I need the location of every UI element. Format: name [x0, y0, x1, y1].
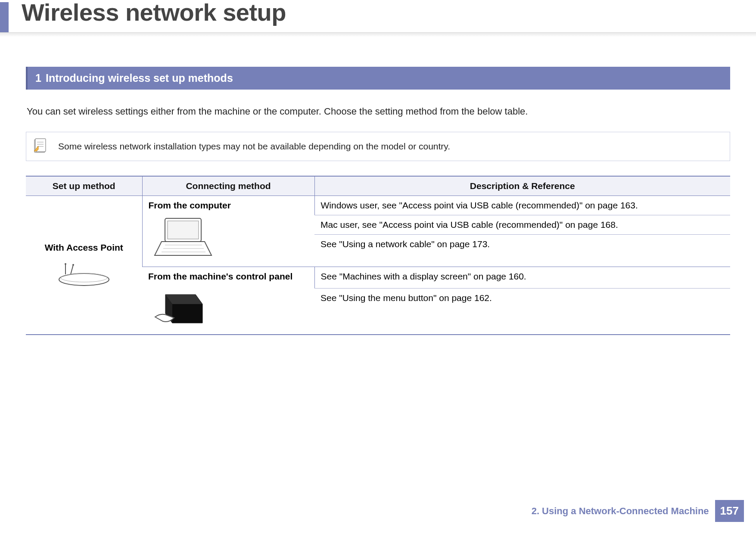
- cell-desc-netcable: See "Using a network cable" on page 173.: [314, 234, 730, 267]
- setup-methods-table: Set up method Connecting method Descript…: [26, 176, 730, 335]
- table-row: With Access Point From the compute: [26, 196, 730, 215]
- section-heading-band: 1Introducing wireless set up methods: [26, 67, 730, 90]
- cell-setup-method: With Access Point: [26, 196, 142, 335]
- cell-desc-windows: Windows user, see "Access point via USB …: [314, 196, 730, 215]
- cell-desc-menubtn: See "Using the menu button" on page 162.: [314, 288, 730, 334]
- page-number-badge: 157: [715, 500, 744, 522]
- table-header-row: Set up method Connecting method Descript…: [26, 176, 730, 196]
- section-number: 1: [35, 71, 42, 85]
- th-description: Description & Reference: [314, 176, 730, 196]
- svg-line-7: [71, 265, 73, 274]
- svg-point-5: [59, 273, 109, 286]
- connecting-panel-label: From the machine's control panel: [148, 271, 308, 282]
- th-connecting-method: Connecting method: [142, 176, 314, 196]
- note-icon: [32, 138, 49, 155]
- svg-rect-12: [168, 221, 199, 239]
- chapter-label: 2. Using a Network-Connected Machine: [532, 506, 709, 517]
- page-title: Wireless network setup: [22, 0, 286, 25]
- cell-desc-display: See "Machines with a display screen" on …: [314, 267, 730, 288]
- note-box: Some wireless network installation types…: [26, 132, 730, 161]
- setup-method-label: With Access Point: [32, 242, 136, 253]
- content-area: 1Introducing wireless set up methods You…: [0, 37, 756, 335]
- th-setup-method: Set up method: [26, 176, 142, 196]
- access-point-icon: [32, 261, 136, 287]
- note-text: Some wireless network installation types…: [58, 141, 450, 152]
- cell-connecting-computer: From the computer: [142, 196, 314, 267]
- section-heading-text: Introducing wireless set up methods: [46, 72, 233, 84]
- page-footer: 2. Using a Network-Connected Machine 157: [532, 500, 744, 522]
- intro-paragraph: You can set wireless settings either fro…: [27, 106, 730, 117]
- svg-point-9: [72, 264, 74, 266]
- cell-desc-mac: Mac user, see "Access point via USB cabl…: [314, 215, 730, 234]
- svg-point-8: [65, 263, 66, 265]
- title-accent-chip: [0, 2, 9, 32]
- connecting-computer-label: From the computer: [149, 200, 308, 211]
- title-underline: [0, 32, 756, 37]
- cell-connecting-panel: From the machine's control panel: [142, 267, 314, 335]
- printer-panel-icon: [148, 287, 308, 330]
- laptop-icon: [149, 216, 308, 259]
- title-row: Wireless network setup: [0, 0, 756, 32]
